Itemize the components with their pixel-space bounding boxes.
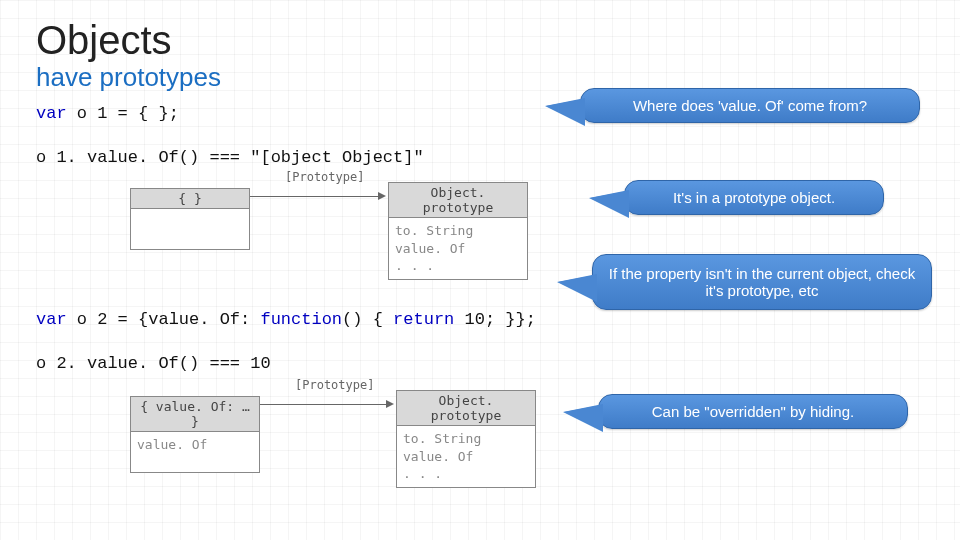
box-o1: { } [130,188,250,250]
callout-tail-icon [545,98,585,126]
callout-text: It's in a prototype object. [673,189,835,206]
code-text: 10; }}; [454,310,536,329]
box-head: { value. Of: … } [131,397,259,432]
code-line-3: var o 2 = {value. Of: function() { retur… [36,310,536,329]
code-text: o 1 = { }; [67,104,179,123]
box-body: to. String value. Of . . . [389,218,527,279]
callout-text: Can be "overridden" by hiding. [652,403,854,420]
callout-tail-icon [563,404,603,432]
prototype-label: [Prototype] [285,170,364,184]
keyword-function: function [260,310,342,329]
box-head: { } [131,189,249,209]
code-text: o 2 = {value. Of: [67,310,261,329]
page-title: Objects [36,18,172,63]
diagram-1: { } [Prototype] Object. prototype to. St… [130,170,530,295]
callout-where-from: Where does 'value. Of' come from? [580,88,920,123]
code-line-1: var o 1 = { }; [36,104,179,123]
box-head: Object. prototype [389,183,527,218]
box-o2: { value. Of: … } value. Of [130,396,260,473]
callout-check-prototype: If the property isn't in the current obj… [592,254,932,310]
callout-text: If the property isn't in the current obj… [609,265,915,299]
keyword-var: var [36,104,67,123]
keyword-var: var [36,310,67,329]
box-object-prototype: Object. prototype to. String value. Of .… [388,182,528,280]
prototype-label: [Prototype] [295,378,374,392]
code-text: () { [342,310,393,329]
box-body: to. String value. Of . . . [397,426,535,487]
code-line-2: o 1. value. Of() === "[object Object]" [36,148,424,167]
callout-overridden: Can be "overridden" by hiding. [598,394,908,429]
box-body: value. Of [131,432,259,472]
page-subtitle: have prototypes [36,62,221,93]
arrow-head-icon [386,400,394,408]
callout-tail-icon [557,274,597,302]
callout-in-prototype: It's in a prototype object. [624,180,884,215]
box-object-prototype: Object. prototype to. String value. Of .… [396,390,536,488]
box-head: Object. prototype [397,391,535,426]
code-line-4: o 2. value. Of() === 10 [36,354,271,373]
arrow-head-icon [378,192,386,200]
box-body [131,209,249,249]
callout-tail-icon [589,190,629,218]
callout-text: Where does 'value. Of' come from? [633,97,867,114]
diagram-2: { value. Of: … } value. Of [Prototype] O… [130,378,530,518]
arrow-line [260,404,388,405]
arrow-line [250,196,380,197]
keyword-return: return [393,310,454,329]
